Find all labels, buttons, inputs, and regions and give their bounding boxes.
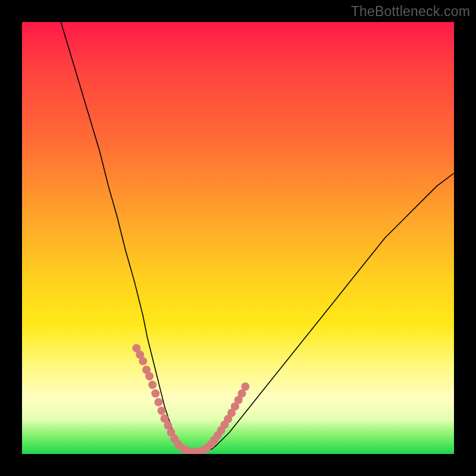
marker-dot: [158, 406, 166, 415]
marker-dots: [132, 344, 249, 454]
plot-area: [22, 22, 454, 454]
marker-dot: [154, 398, 162, 406]
marker-dot: [241, 383, 249, 391]
marker-dot: [139, 357, 147, 365]
curve-line: [61, 22, 454, 453]
marker-dot: [145, 372, 154, 380]
marker-dot: [151, 389, 159, 397]
chart-svg: [22, 22, 454, 454]
watermark-text: TheBottleneck.com: [351, 4, 470, 20]
marker-dot: [148, 381, 156, 389]
chart-frame: TheBottleneck.com: [0, 0, 476, 476]
